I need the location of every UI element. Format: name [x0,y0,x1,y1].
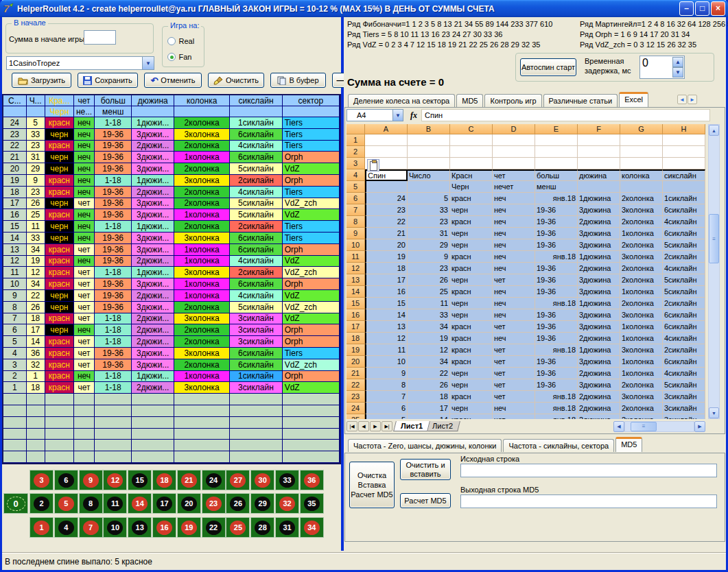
roulette-number-cell[interactable]: 5 [54,493,78,514]
excel-cell[interactable]: 3дюжина [578,239,620,251]
excel-cell[interactable]: 23 [365,204,408,216]
excel-cell[interactable]: янв.18 [535,298,578,309]
tab-freq-частота-zero-шансы-дюжины-колонки[interactable]: Частота - Zero, шансы, дюжины, колонки [348,439,502,452]
roulette-number-cell[interactable]: 26 [226,493,250,514]
roulette-number[interactable]: 23 [206,497,222,511]
excel-cell[interactable]: 15 [365,298,408,309]
clear-button[interactable]: Очистить [208,73,264,88]
copy-to-buffer-button[interactable]: В буфер [270,73,326,88]
roulette-zero[interactable]: 0 [7,497,25,511]
excel-cell[interactable] [578,158,620,169]
excel-cell[interactable]: чет [493,379,535,391]
excel-cell[interactable]: 5сиклайн [663,379,705,391]
excel-cell[interactable]: 19-36 [535,321,578,333]
excel-cell[interactable]: 2колонка [620,379,663,391]
excel-cell[interactable]: 6сиклайн [663,204,705,216]
excel-row-header[interactable]: 21 [347,368,365,379]
excel-cell[interactable]: 5сиклайн [663,286,705,298]
md5-input-field[interactable] [460,464,717,477]
excel-cell[interactable]: 3сиклайн [663,414,705,419]
roulette-number-cell[interactable]: 7 [79,517,103,538]
excel-cell[interactable]: 19-36 [535,239,578,251]
excel-cell[interactable]: 20 [365,239,408,251]
excel-cell[interactable]: 3дюжина [578,321,620,333]
excel-cell[interactable]: чет [493,169,535,181]
excel-cell[interactable] [535,158,578,169]
excel-row-header[interactable]: 8 [347,216,365,228]
excel-row-header[interactable]: 7 [347,204,365,216]
radio-fan[interactable]: Fan [167,50,191,62]
excel-row-header[interactable]: 3 [347,158,365,169]
excel-cell[interactable]: 5сиклайн [663,239,705,251]
excel-cell[interactable]: 6сиклайн [663,321,705,333]
roulette-number-cell[interactable]: 28 [250,517,274,538]
roulette-number-cell[interactable]: 29 [250,493,274,514]
excel-row-header[interactable]: 20 [347,356,365,368]
roulette-number[interactable]: 7 [83,521,99,535]
excel-cell[interactable]: янв.18 [535,344,578,356]
save-button[interactable]: Сохранить [78,73,138,88]
excel-cell[interactable]: 1сиклайн [663,193,705,204]
sheet-tab-лист1[interactable]: Лист1 [393,421,430,431]
excel-cell[interactable]: 3дюжина [578,309,620,321]
excel-cell[interactable]: 16 [365,286,408,298]
excel-cell[interactable]: 19-36 [535,274,578,286]
excel-row-header[interactable]: 24 [347,403,365,414]
tab-freq-частота-сиклайны-сектора[interactable]: Частота - сиклайны, сектора [503,439,614,452]
excel-cell[interactable]: черн [450,204,493,216]
excel-cell[interactable]: 3сиклайн [663,403,705,414]
md5-clear-paste-calc-button[interactable]: ОчисткаВставкаРасчет MD5 [349,462,395,508]
excel-cell[interactable]: чет [493,344,535,356]
excel-cell[interactable]: янв.18 [535,403,578,414]
roulette-number-cell[interactable]: 1 [30,517,54,538]
excel-cell[interactable]: черн [450,379,493,391]
roulette-number-cell[interactable]: 34 [300,517,324,538]
excel-row-header[interactable]: 18 [347,333,365,344]
roulette-number-cell[interactable]: 20 [177,493,201,514]
roulette-number-cell[interactable]: 9 [79,470,103,490]
excel-cell[interactable]: 18 [408,391,450,403]
excel-row-header[interactable]: 19 [347,344,365,356]
excel-cell[interactable]: сикслайн [663,169,705,181]
excel-cell[interactable] [493,146,535,158]
excel-cell[interactable]: янв.18 [535,251,578,263]
roulette-number-cell[interactable]: 33 [275,470,299,490]
excel-cell[interactable]: неч [493,239,535,251]
excel-cell[interactable]: Число [408,169,450,181]
excel-cell[interactable]: 3дюжина [578,286,620,298]
excel-cell[interactable] [620,134,663,146]
excel-cell[interactable]: 9 [408,251,450,263]
excel-cell[interactable]: колонка [620,169,663,181]
roulette-number-cell[interactable]: 35 [300,493,324,514]
excel-cell[interactable]: 3сиклайн [663,391,705,403]
excel-cell[interactable]: 33 [408,204,450,216]
excel-cell[interactable]: 2сиклайн [663,344,705,356]
tab-scroll-right-icon[interactable]: ► [688,95,697,104]
excel-cell[interactable]: 1колонка [620,333,663,344]
excel-cell[interactable]: 11 [408,298,450,309]
roulette-number-cell[interactable]: 14 [128,493,152,514]
excel-cell[interactable]: 31 [408,228,450,239]
spinner-up-icon[interactable]: ▲ [672,57,683,67]
excel-cell[interactable] [450,134,493,146]
excel-row-header[interactable]: 1 [347,134,365,146]
excel-cell[interactable]: 19 [408,333,450,344]
roulette-number[interactable]: 11 [107,497,123,511]
excel-cell[interactable] [535,146,578,158]
roulette-number[interactable]: 6 [58,473,74,488]
excel-cell[interactable]: 2сиклайн [663,298,705,309]
excel-cell[interactable]: 3дюжина [578,379,620,391]
excel-cell[interactable]: янв.18 [535,193,578,204]
roulette-number-cell[interactable]: 31 [275,517,299,538]
excel-cell[interactable] [408,134,450,146]
excel-cell[interactable]: 26 [408,379,450,391]
excel-cell[interactable]: черн [450,239,493,251]
excel-cell[interactable] [663,158,705,169]
excel-cell[interactable]: янв.18 [535,414,578,419]
roulette-number-cell[interactable]: 32 [275,493,299,514]
excel-cell[interactable] [535,134,578,146]
excel-cell[interactable]: 3дюжина [578,356,620,368]
excel-cell[interactable]: 17 [408,403,450,414]
excel-cell[interactable] [663,134,705,146]
cell-name-box[interactable]: A4 [347,109,393,121]
